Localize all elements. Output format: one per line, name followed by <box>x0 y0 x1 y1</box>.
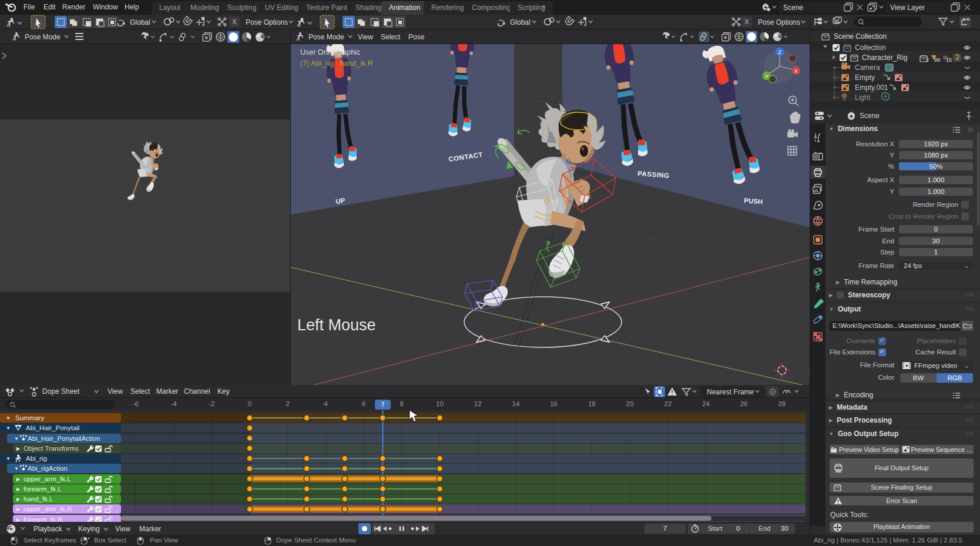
svg-text:Light: Light <box>855 93 871 102</box>
svg-text:Pose Mode: Pose Mode <box>308 33 344 41</box>
svg-text:Select: Select <box>381 33 401 41</box>
svg-text:Camera: Camera <box>855 63 880 72</box>
svg-text:Global: Global <box>130 18 150 26</box>
svg-text:Empty.001: Empty.001 <box>855 83 888 92</box>
svg-text:View Layer: View Layer <box>890 4 925 12</box>
svg-text:Pose Mode: Pose Mode <box>25 33 61 41</box>
svg-text:Pose Options: Pose Options <box>246 18 288 26</box>
svg-text:User Orthographic: User Orthographic <box>300 48 360 56</box>
svg-text:Scene Collection: Scene Collection <box>834 32 887 41</box>
svg-text:Scene: Scene <box>783 4 803 12</box>
svg-text:99: 99 <box>934 57 940 63</box>
svg-text:Collection: Collection <box>855 43 886 52</box>
svg-text:Left Mouse: Left Mouse <box>297 316 376 334</box>
svg-text:(7) Abi_rig : hand_ik.R: (7) Abi_rig : hand_ik.R <box>300 59 373 68</box>
svg-text:Global: Global <box>510 18 531 26</box>
svg-text:View: View <box>358 33 373 41</box>
svg-text:UP: UP <box>335 197 346 205</box>
svg-text:Empty: Empty <box>855 73 875 82</box>
svg-text:Nearest Frame: Nearest Frame <box>707 388 754 396</box>
svg-text:Pose: Pose <box>408 33 425 41</box>
svg-text:Character_Rig: Character_Rig <box>862 53 907 62</box>
svg-text:2: 2 <box>926 57 929 63</box>
svg-text:15: 15 <box>946 57 952 63</box>
svg-text:Z: Z <box>778 49 781 55</box>
svg-text:X: X <box>794 68 798 74</box>
svg-text:Pose Options: Pose Options <box>758 18 800 26</box>
svg-text:Y: Y <box>765 73 768 79</box>
svg-text:PUSH: PUSH <box>744 197 763 205</box>
